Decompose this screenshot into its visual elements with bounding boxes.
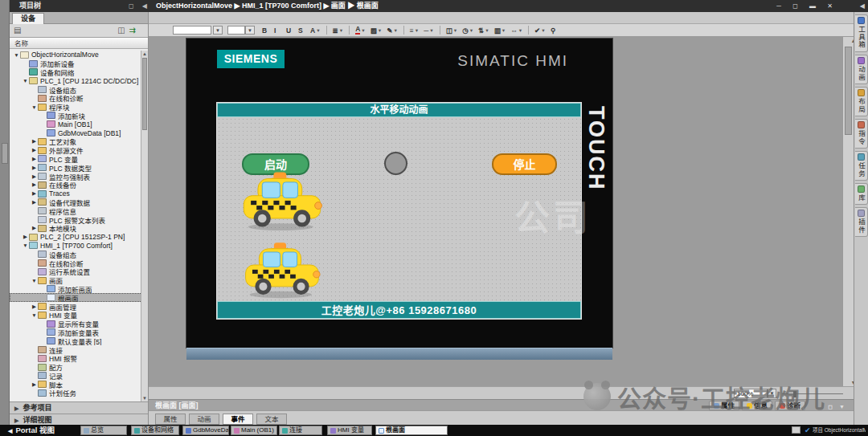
distribute-button[interactable]: ▥▼ bbox=[493, 26, 507, 35]
tree-item[interactable]: 记录 bbox=[10, 371, 142, 380]
dropdown-icon[interactable]: ▼ bbox=[485, 26, 489, 35]
dropdown-icon[interactable]: ▼ bbox=[316, 26, 320, 35]
subtab-texts[interactable]: 文本 bbox=[256, 414, 287, 425]
taskbar-button-overview[interactable]: 总览 bbox=[80, 426, 127, 435]
screen-footer-bar[interactable]: 工控老炮儿@+86 15928671680 bbox=[217, 301, 581, 319]
chevron-right-icon[interactable]: ▶ bbox=[22, 234, 29, 240]
tree-item[interactable]: HMI 报警 bbox=[10, 354, 142, 363]
tab-order-button[interactable]: ✔▼ bbox=[533, 26, 547, 35]
zoom-level-value[interactable]: 100% bbox=[734, 389, 768, 398]
underline-button[interactable]: U bbox=[285, 26, 295, 35]
strikethrough-button[interactable]: S bbox=[297, 26, 307, 35]
taskbar-button-screen[interactable]: 根画面 bbox=[375, 426, 448, 435]
tree-item[interactable]: ▶Traces bbox=[10, 189, 142, 198]
tree-item[interactable]: ▶工艺对象 bbox=[10, 137, 142, 146]
task-card-layout[interactable]: 布局 bbox=[855, 87, 868, 116]
tree-item[interactable]: PLC 报警文本列表 bbox=[10, 215, 142, 224]
chevron-right-icon[interactable]: ▶ bbox=[31, 190, 38, 197]
tree-item[interactable]: ▼ObjectHorizontalMove bbox=[10, 51, 142, 59]
canvas-vertical-scrollbar[interactable]: ▲ ▼ bbox=[842, 37, 854, 386]
font-name-input[interactable] bbox=[173, 26, 211, 35]
dropdown-icon[interactable]: ▼ bbox=[469, 26, 473, 35]
tree-item[interactable]: ▶外部源文件 bbox=[10, 146, 142, 155]
font-size-input[interactable] bbox=[227, 26, 245, 35]
tree-item[interactable]: ▼HMI 变量 bbox=[10, 311, 142, 320]
border-color-button[interactable]: ✎▼ bbox=[385, 26, 399, 35]
screen-canvas[interactable]: SIEMENS SIMATIC HMI TOUCH 水平移动动画 启动 停止 bbox=[149, 37, 842, 386]
tree-item[interactable]: 根画面 bbox=[10, 293, 142, 302]
dropdown-icon[interactable]: ▼ bbox=[361, 26, 365, 35]
zoom-dropdown-icon[interactable]: ▼ bbox=[768, 389, 776, 398]
tree-item[interactable]: ▶PLC 变量 bbox=[10, 155, 142, 164]
chevron-right-icon[interactable]: ▶ bbox=[31, 225, 38, 231]
tree-item[interactable]: 运行系统设置 bbox=[10, 267, 142, 276]
tree-item[interactable]: Main [OB1] bbox=[10, 120, 142, 128]
task-card-animations[interactable]: 动画 bbox=[855, 55, 868, 84]
tree-item[interactable]: ▶PLC 数据类型 bbox=[10, 163, 142, 172]
resize-button[interactable]: ⇔▼ bbox=[509, 26, 524, 35]
tree-item[interactable]: ▼HMI_1 [TP700 Comfort] bbox=[10, 242, 142, 251]
tree-sync-icon[interactable]: ⇉ bbox=[129, 26, 140, 35]
taskbar-button-connections[interactable]: 连接 bbox=[279, 426, 322, 435]
scroll-up-icon[interactable]: ▲ bbox=[141, 51, 148, 56]
zoom-slider[interactable] bbox=[782, 393, 843, 394]
taskbar-button-network[interactable]: 设备和网络 bbox=[131, 426, 179, 435]
align-objects-button[interactable]: ⇅▼ bbox=[477, 26, 491, 35]
screen-title-bar[interactable]: 水平移动动画 bbox=[217, 103, 581, 117]
chevron-right-icon[interactable]: ▶ bbox=[31, 147, 38, 153]
project-tree-header-icons[interactable]: ◻ ◀ bbox=[129, 0, 150, 12]
tree-item[interactable]: ▶在线备份 bbox=[10, 181, 142, 189]
task-card-toolbox[interactable]: 工具箱 bbox=[855, 14, 868, 52]
inspector-tab-properties[interactable]: 属性 bbox=[709, 401, 739, 410]
tree-item[interactable]: ▼PLC_1 [CPU 1214C DC/DC/DC] bbox=[10, 76, 142, 85]
tree-item[interactable]: 设备组态 bbox=[10, 85, 142, 94]
indicator-circle[interactable] bbox=[384, 152, 407, 175]
tree-item[interactable]: 默认变量表 [5] bbox=[10, 336, 142, 345]
tree-item[interactable]: ▼画面 bbox=[10, 276, 142, 285]
chevron-right-icon[interactable]: ▶ bbox=[31, 304, 38, 310]
dropdown-icon[interactable]: ▼ bbox=[541, 26, 545, 35]
dropdown-icon[interactable]: ▼ bbox=[518, 26, 522, 35]
details-view-panel[interactable]: ▶详细视图 bbox=[10, 414, 148, 426]
tree-scrollbar[interactable]: ▲ ▼ bbox=[141, 51, 148, 401]
chevron-down-icon[interactable]: ▼ bbox=[22, 242, 29, 248]
chevron-right-icon[interactable]: ▶ bbox=[31, 381, 38, 388]
arrange-button[interactable]: ◫▼ bbox=[444, 26, 459, 35]
tree-item[interactable]: ▶PLC_2 [CPU 1512SP-1 PN] bbox=[10, 233, 142, 242]
tree-item[interactable]: 设备组态 bbox=[10, 250, 142, 259]
tree-item[interactable]: GdbMoveData [DB1] bbox=[10, 128, 142, 137]
dropdown-icon[interactable]: ▼ bbox=[415, 26, 419, 35]
dropdown-icon[interactable]: ▼ bbox=[339, 26, 343, 35]
tree-item[interactable]: ▶画面管理 bbox=[10, 302, 142, 311]
chevron-right-icon[interactable]: ▶ bbox=[31, 173, 38, 180]
zoom-tool-button[interactable]: ⚲ bbox=[549, 26, 559, 35]
taxi-image-1[interactable] bbox=[240, 169, 325, 231]
subtab-events[interactable]: 事件 bbox=[223, 414, 253, 425]
dropdown-icon[interactable]: ▼ bbox=[502, 26, 506, 35]
tree-item[interactable]: 添加新画面 bbox=[10, 285, 142, 294]
stop-button[interactable]: 停止 bbox=[492, 153, 557, 175]
tree-item[interactable]: 配方 bbox=[10, 363, 142, 372]
inspector-tab-info[interactable]: 信息 bbox=[742, 401, 772, 410]
chevron-right-icon[interactable]: ▶ bbox=[31, 199, 38, 206]
font-name-dropdown-icon[interactable]: ▼ bbox=[213, 26, 223, 35]
dropdown-icon[interactable]: ▼ bbox=[453, 26, 457, 35]
rotate-button[interactable]: ◷▼ bbox=[461, 26, 475, 35]
task-card-libraries[interactable]: 库 bbox=[855, 183, 868, 206]
tree-view-icon[interactable]: ▤ bbox=[14, 26, 21, 35]
chevron-right-icon[interactable]: ▶ bbox=[31, 165, 38, 171]
scroll-thumb[interactable] bbox=[142, 58, 147, 130]
hmi-screen[interactable]: 水平移动动画 启动 停止 bbox=[217, 103, 581, 319]
dropdown-icon[interactable]: ▼ bbox=[393, 26, 397, 35]
chevron-down-icon[interactable]: ▼ bbox=[31, 278, 38, 283]
chevron-down-icon[interactable]: ▼ bbox=[22, 78, 29, 84]
window-controls[interactable]: ─ ◻ ▬ ✕ bbox=[776, 0, 837, 12]
chevron-right-icon[interactable]: ▶ bbox=[31, 138, 38, 145]
taxi-image-2[interactable] bbox=[240, 239, 325, 299]
tree-item[interactable]: ▶本地模块 bbox=[10, 224, 142, 233]
chevron-down-icon[interactable]: ▼ bbox=[31, 104, 38, 110]
reference-projects-panel[interactable]: ▶参考项目 bbox=[10, 401, 148, 414]
subtab-properties[interactable]: 属性 bbox=[155, 414, 186, 425]
bold-button[interactable]: B bbox=[260, 26, 271, 35]
task-card-tasks[interactable]: 任务 bbox=[855, 151, 868, 181]
